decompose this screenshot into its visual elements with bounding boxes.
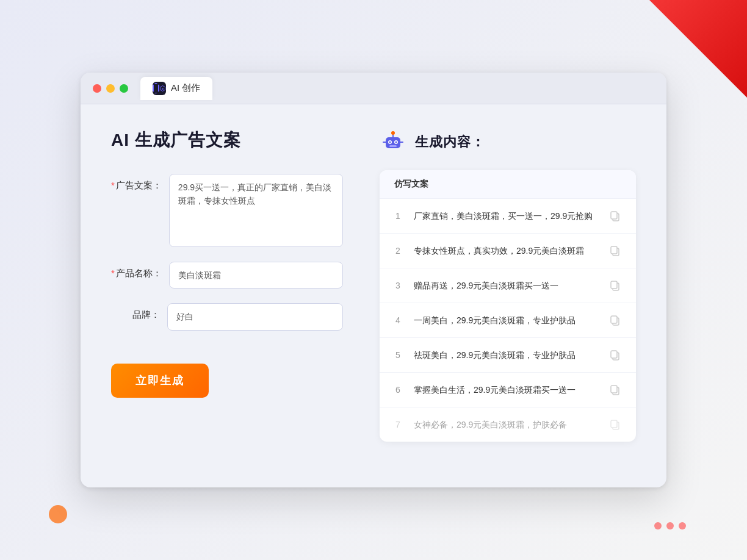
table-row: 5祛斑美白，29.9元美白淡斑霜，专业护肤品 bbox=[380, 338, 636, 373]
row-text: 祛斑美白，29.9元美白淡斑霜，专业护肤品 bbox=[414, 349, 597, 362]
table-header: 仿写文案 bbox=[380, 170, 636, 199]
app-window: AI AI 创作 AI 生成广告文案 *广告文案： *产品名称： bbox=[81, 73, 666, 487]
page-title: AI 生成广告文案 bbox=[111, 129, 343, 152]
brand-input[interactable] bbox=[167, 303, 343, 330]
row-text: 掌握美白生活，29.9元美白淡斑霜买一送一 bbox=[414, 384, 597, 397]
maximize-button[interactable] bbox=[120, 84, 128, 93]
product-name-label: *产品名称： bbox=[111, 262, 162, 279]
row-text: 专抹女性斑点，真实功效，29.9元美白淡斑霜 bbox=[414, 245, 597, 257]
row-number: 3 bbox=[392, 281, 404, 290]
left-panel: AI 生成广告文案 *广告文案： *产品名称： 品牌： 立 bbox=[111, 129, 343, 458]
svg-rect-15 bbox=[611, 246, 617, 254]
copy-button[interactable] bbox=[607, 416, 624, 433]
column-header: 仿写文案 bbox=[394, 179, 428, 190]
brand-group: 品牌： bbox=[111, 303, 343, 330]
ad-required-star: * bbox=[111, 180, 115, 190]
ad-copy-textarea[interactable] bbox=[169, 174, 343, 247]
row-text: 一周美白，29.9元美白淡斑霜，专业护肤品 bbox=[414, 314, 597, 327]
svg-rect-19 bbox=[611, 316, 617, 323]
ad-copy-group: *广告文案： bbox=[111, 174, 343, 247]
table-row: 2专抹女性斑点，真实功效，29.9元美白淡斑霜 bbox=[380, 234, 636, 268]
copy-button[interactable] bbox=[607, 346, 624, 364]
product-name-input[interactable] bbox=[169, 262, 343, 289]
row-number: 7 bbox=[392, 420, 404, 429]
title-bar: AI AI 创作 bbox=[81, 73, 666, 104]
row-text: 厂家直销，美白淡斑霜，买一送一，29.9元抢购 bbox=[414, 210, 597, 223]
robot-icon bbox=[380, 129, 406, 156]
result-rows-container: 1厂家直销，美白淡斑霜，买一送一，29.9元抢购 2专抹女性斑点，真实功效，29… bbox=[380, 199, 636, 442]
tab-label: AI 创作 bbox=[171, 82, 200, 94]
svg-point-8 bbox=[391, 131, 395, 135]
ad-copy-label: *广告文案： bbox=[111, 174, 162, 192]
row-text: 女神必备，29.9元美白淡斑霜，护肤必备 bbox=[414, 418, 597, 431]
row-number: 6 bbox=[392, 385, 404, 395]
row-number: 5 bbox=[392, 350, 404, 360]
row-number: 4 bbox=[392, 315, 404, 325]
row-number: 1 bbox=[392, 211, 404, 221]
copy-button[interactable] bbox=[607, 381, 624, 398]
generate-button[interactable]: 立即生成 bbox=[111, 364, 209, 398]
svg-text:AI: AI bbox=[162, 88, 164, 90]
svg-rect-9 bbox=[389, 145, 397, 147]
ai-tab[interactable]: AI AI 创作 bbox=[140, 77, 212, 100]
main-content: AI 生成广告文案 *广告文案： *产品名称： 品牌： 立 bbox=[81, 104, 666, 483]
ai-icon: AI bbox=[153, 82, 166, 95]
svg-rect-17 bbox=[611, 281, 617, 289]
copy-button[interactable] bbox=[607, 207, 624, 224]
table-row: 4一周美白，29.9元美白淡斑霜，专业护肤品 bbox=[380, 303, 636, 338]
table-row: 1厂家直销，美白淡斑霜，买一送一，29.9元抢购 bbox=[380, 199, 636, 234]
result-table: 仿写文案 1厂家直销，美白淡斑霜，买一送一，29.9元抢购 2专抹女性斑点，真实… bbox=[380, 170, 636, 442]
right-panel: 生成内容： 仿写文案 1厂家直销，美白淡斑霜，买一送一，29.9元抢购 2专抹女… bbox=[380, 129, 636, 458]
copy-button[interactable] bbox=[607, 277, 624, 294]
svg-rect-23 bbox=[611, 386, 617, 393]
row-text: 赠品再送，29.9元美白淡斑霜买一送一 bbox=[414, 279, 597, 292]
close-button[interactable] bbox=[93, 84, 101, 93]
row-number: 2 bbox=[392, 246, 404, 256]
table-row: 3赠品再送，29.9元美白淡斑霜买一送一 bbox=[380, 268, 636, 303]
table-row: 7女神必备，29.9元美白淡斑霜，护肤必备 bbox=[380, 407, 636, 442]
minimize-button[interactable] bbox=[106, 84, 115, 93]
product-name-group: *产品名称： bbox=[111, 262, 343, 289]
svg-rect-25 bbox=[611, 420, 617, 428]
copy-button[interactable] bbox=[607, 312, 624, 329]
table-row: 6掌握美白生活，29.9元美白淡斑霜买一送一 bbox=[380, 373, 636, 407]
svg-rect-21 bbox=[611, 351, 617, 358]
svg-point-5 bbox=[389, 142, 391, 143]
brand-label: 品牌： bbox=[111, 303, 160, 321]
svg-point-6 bbox=[395, 142, 397, 143]
product-required-star: * bbox=[111, 268, 115, 278]
decorative-dots bbox=[654, 522, 686, 529]
svg-rect-13 bbox=[611, 212, 617, 219]
result-header: 生成内容： bbox=[380, 129, 636, 156]
copy-button[interactable] bbox=[607, 242, 624, 259]
traffic-lights bbox=[93, 84, 128, 93]
result-title: 生成内容： bbox=[415, 133, 485, 151]
